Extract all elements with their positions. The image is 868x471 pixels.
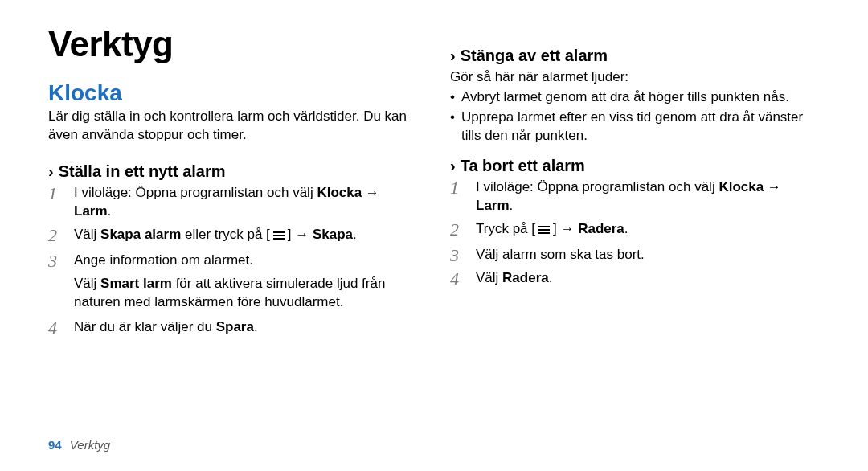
text-fragment: . <box>254 319 258 334</box>
bold-text: Larm <box>74 203 108 219</box>
text-fragment: Välj <box>74 276 100 291</box>
text-fragment: Tryck på [ <box>476 221 535 236</box>
bold-text: Klocka <box>317 185 362 200</box>
list-item: 3 Välj alarm som ska tas bort. <box>450 246 820 264</box>
bold-text: Larm <box>476 198 510 213</box>
bold-text: Radera <box>502 270 549 285</box>
subheading-delete-alarm-label: Ta bort ett alarm <box>461 157 585 175</box>
chevron-icon: › <box>450 47 456 65</box>
text-fragment: Välj <box>74 227 100 242</box>
section-intro: Lär dig ställa in och kontrollera larm o… <box>48 108 418 145</box>
manual-page: Verktyg Klocka Lär dig ställa in och kon… <box>0 0 868 471</box>
bold-text: Spara <box>216 319 254 334</box>
footer-title: Verktyg <box>70 438 110 452</box>
step-number: 1 <box>48 185 66 203</box>
stop-alarm-intro: Gör så här när alarmet ljuder: <box>450 68 820 87</box>
bold-text: Smart larm <box>100 276 172 291</box>
step-number: 3 <box>48 252 66 270</box>
step-text: I viloläge: Öppna programlistan och välj… <box>476 178 820 215</box>
bold-text: Skapa alarm <box>100 227 181 242</box>
step-number: 3 <box>450 247 468 264</box>
list-item: 1 I viloläge: Öppna programlistan och vä… <box>450 178 820 215</box>
step-text: Tryck på [] → Radera. <box>476 220 820 241</box>
step-number: 4 <box>48 319 66 337</box>
text-fragment: I viloläge: Öppna programlistan och välj <box>74 185 317 200</box>
list-item: 2 Välj Skapa alarm eller tryck på [] → S… <box>48 226 418 247</box>
step-text: När du är klar väljer du Spara. <box>74 318 418 337</box>
step-number: 2 <box>48 227 66 244</box>
list-item: Avbryt larmet genom att dra åt höger til… <box>450 88 820 107</box>
text-fragment: . <box>108 203 112 219</box>
two-column-layout: Verktyg Klocka Lär dig ställa in och kon… <box>48 24 820 341</box>
step-text: Ange information om alarmet. <box>74 252 418 270</box>
subheading-new-alarm: › Ställa in ett nytt alarm <box>48 162 418 181</box>
list-item: 1 I viloläge: Öppna programlistan och vä… <box>48 184 418 221</box>
subheading-new-alarm-label: Ställa in ett nytt alarm <box>59 162 226 181</box>
left-column: Verktyg Klocka Lär dig ställa in och kon… <box>48 24 418 341</box>
list-item: 2 Tryck på [] → Radera. <box>450 220 820 241</box>
step-text: I viloläge: Öppna programlistan och välj… <box>74 184 418 221</box>
bold-text: Klocka <box>719 179 764 195</box>
chevron-icon: › <box>450 157 456 175</box>
text-fragment: I viloläge: Öppna programlistan och välj <box>476 179 719 195</box>
steps-delete-alarm: 1 I viloläge: Öppna programlistan och vä… <box>450 178 820 288</box>
stop-alarm-bullets: Avbryt larmet genom att dra åt höger til… <box>450 88 820 145</box>
text-fragment: . <box>624 221 628 236</box>
subheading-stop-alarm-label: Stänga av ett alarm <box>461 47 608 65</box>
section-heading-klocka: Klocka <box>48 80 418 106</box>
step-number: 4 <box>450 270 468 288</box>
bold-text: Skapa <box>313 227 353 242</box>
text-fragment: → <box>362 185 379 200</box>
chevron-icon: › <box>48 162 54 181</box>
right-column: › Stänga av ett alarm Gör så här när ala… <box>450 24 820 341</box>
step-text: Välj Skapa alarm eller tryck på [] → Ska… <box>74 226 418 247</box>
list-item: Upprepa larmet efter en viss tid genom a… <box>450 109 820 145</box>
text-fragment: ] → <box>288 227 313 242</box>
step-note: Välj Smart larm för att aktivera simuler… <box>74 275 418 312</box>
menu-icon <box>272 228 286 247</box>
page-footer: 94 Verktyg <box>48 438 110 452</box>
step-number: 1 <box>450 179 468 197</box>
text-fragment: Välj <box>476 270 502 285</box>
text-fragment: . <box>549 270 553 285</box>
text-fragment: . <box>353 227 357 242</box>
steps-new-alarm-cont: 4 När du är klar väljer du Spara. <box>48 318 418 337</box>
bold-text: Radera <box>578 221 624 236</box>
subheading-stop-alarm: › Stänga av ett alarm <box>450 47 820 65</box>
text-fragment: ] → <box>553 221 578 236</box>
text-fragment: När du är klar väljer du <box>74 319 216 334</box>
step-number: 2 <box>450 221 468 239</box>
subheading-delete-alarm: › Ta bort ett alarm <box>450 157 820 175</box>
list-item: 4 När du är klar väljer du Spara. <box>48 318 418 337</box>
list-item: 3 Ange information om alarmet. <box>48 252 418 270</box>
list-item: 4 Välj Radera. <box>450 269 820 288</box>
text-fragment: . <box>510 198 514 213</box>
steps-new-alarm: 1 I viloläge: Öppna programlistan och vä… <box>48 184 418 270</box>
text-fragment: eller tryck på [ <box>181 227 270 242</box>
step-text: Välj Radera. <box>476 269 820 288</box>
menu-icon <box>537 223 551 241</box>
page-number: 94 <box>48 438 62 452</box>
page-title: Verktyg <box>48 24 418 64</box>
text-fragment: → <box>764 179 781 195</box>
step-text: Välj alarm som ska tas bort. <box>476 246 820 264</box>
